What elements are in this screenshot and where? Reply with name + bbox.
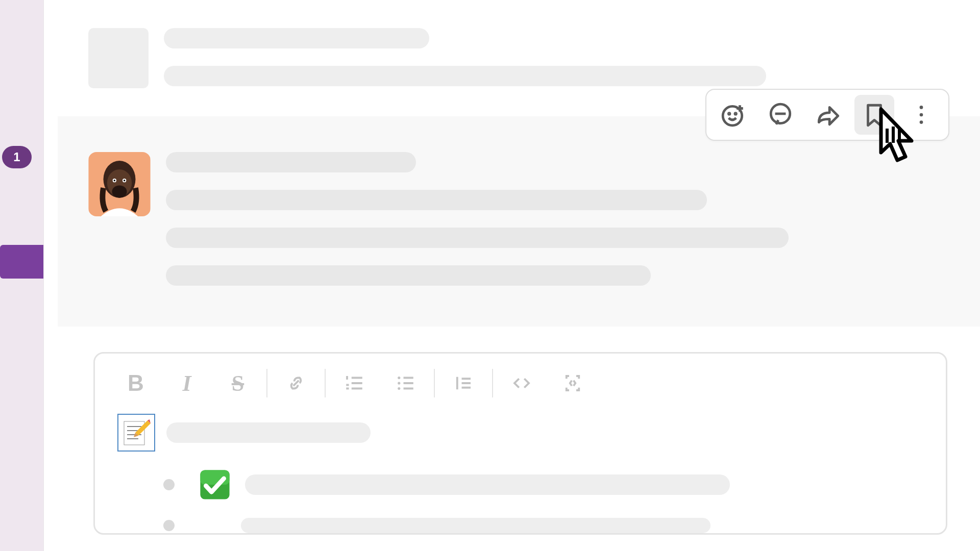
text-placeholder [166, 228, 789, 248]
formatting-toolbar: B I S [110, 368, 930, 398]
toolbar-divider [434, 369, 435, 397]
share-message-button[interactable] [807, 95, 847, 135]
check-emoji [196, 466, 234, 504]
text-placeholder [166, 190, 707, 210]
text-placeholder [245, 474, 730, 495]
message-item-hovered [58, 116, 980, 327]
list-bullet [163, 520, 175, 531]
blockquote-icon [453, 372, 474, 394]
mentions-badge[interactable]: 1 [2, 146, 32, 168]
bold-button[interactable]: B [110, 368, 161, 398]
memo-emoji [117, 414, 155, 452]
ordered-list-icon [344, 372, 365, 394]
emoji-add-icon [721, 102, 746, 128]
svg-point-4 [920, 106, 923, 109]
svg-point-16 [398, 382, 400, 384]
code-block-button[interactable] [547, 368, 598, 398]
svg-point-15 [398, 377, 400, 379]
blockquote-button[interactable] [438, 368, 489, 398]
toolbar-divider [266, 369, 267, 397]
svg-point-17 [398, 387, 400, 390]
more-vertical-icon [909, 102, 934, 128]
text-placeholder [164, 28, 429, 48]
ordered-list-button[interactable] [329, 368, 380, 398]
rail-selected-item[interactable] [0, 245, 43, 279]
thread-icon [768, 102, 793, 128]
svg-point-11 [114, 180, 115, 181]
message-composer[interactable]: B I S [93, 352, 947, 535]
link-icon [285, 372, 307, 394]
workspace-rail: 1 [0, 0, 43, 551]
svg-point-1 [728, 113, 730, 115]
svg-point-2 [735, 113, 737, 115]
user-avatar[interactable] [88, 152, 151, 216]
link-button[interactable] [271, 368, 322, 398]
text-placeholder [166, 152, 416, 172]
svg-point-5 [920, 113, 923, 117]
text-placeholder [241, 518, 710, 533]
svg-rect-18 [124, 421, 144, 445]
share-arrow-icon [815, 102, 840, 128]
code-button[interactable] [496, 368, 547, 398]
composer-body[interactable] [110, 414, 930, 533]
channel-sidebar-collapsed [43, 0, 58, 551]
more-actions-button[interactable] [901, 95, 941, 135]
bullet-list-icon [395, 372, 416, 394]
text-placeholder [166, 422, 371, 443]
svg-point-14 [112, 185, 127, 197]
toolbar-divider [492, 369, 493, 397]
add-reaction-button[interactable] [714, 95, 753, 135]
message-pane: B I S [58, 0, 980, 551]
svg-point-6 [920, 120, 923, 124]
toolbar-divider [325, 369, 326, 397]
app-root: 1 [0, 0, 980, 551]
svg-point-13 [124, 180, 125, 181]
list-bullet [163, 479, 175, 490]
avatar-placeholder [88, 28, 149, 88]
text-placeholder [164, 66, 766, 86]
code-block-icon [562, 372, 583, 394]
italic-button[interactable]: I [161, 368, 212, 398]
strikethrough-button[interactable]: S [212, 368, 263, 398]
bookmark-icon [862, 102, 887, 128]
text-placeholder [166, 265, 651, 286]
bookmark-button[interactable] [854, 95, 894, 135]
code-icon [511, 372, 532, 394]
bullet-list-button[interactable] [380, 368, 431, 398]
message-actions-toolbar [705, 89, 949, 141]
reply-thread-button[interactable] [761, 95, 800, 135]
